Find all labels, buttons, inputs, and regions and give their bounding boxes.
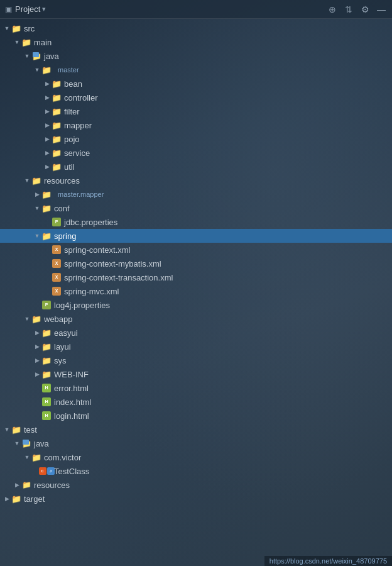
- tree-item-util[interactable]: 📁 util: [0, 160, 392, 174]
- settings-icon[interactable]: ⚙: [359, 4, 371, 14]
- file-type-icon: 📁: [52, 162, 62, 172]
- file-type-icon: 📁: [21, 480, 31, 490]
- project-window-icon: ▣: [5, 5, 12, 14]
- tree-item-conf[interactable]: 📁 conf: [0, 201, 392, 215]
- tree-item-layui[interactable]: 📁 layui: [0, 340, 392, 353]
- item-label: service: [64, 148, 90, 158]
- tree-item-index-html[interactable]: H index.html: [0, 395, 392, 409]
- file-type-icon: 📁: [21, 438, 31, 448]
- tree-item-webapp[interactable]: 📁 webapp: [0, 312, 392, 326]
- item-label: spring-mvc.xml: [64, 287, 119, 296]
- tree-item-spring-context-transaction[interactable]: X spring-context-transaction.xml: [0, 270, 392, 284]
- file-type-icon: 📁: [52, 106, 62, 116]
- arrow-right-icon[interactable]: [33, 356, 41, 365]
- arrow-right-icon[interactable]: [3, 494, 11, 503]
- arrow-down-icon[interactable]: [23, 453, 31, 462]
- file-type-icon: 📁: [41, 341, 52, 352]
- file-type-icon: 📁: [52, 134, 62, 144]
- file-type-icon: 📁: [21, 37, 31, 47]
- item-label: spring-context-transaction.xml: [64, 273, 173, 282]
- item-label: easyui: [54, 328, 78, 338]
- tree-item-web-inf[interactable]: 📁 WEB-INF: [0, 367, 392, 381]
- tree-item-easyui[interactable]: 📁 easyui: [0, 326, 392, 340]
- arrow-right-icon[interactable]: [13, 480, 21, 489]
- tree-item-log4j[interactable]: P log4j.properties: [0, 298, 392, 312]
- file-type-icon: 📁: [41, 189, 52, 199]
- tree-item-spring-context-mybatis[interactable]: X spring-context-mybatis.xml: [0, 257, 392, 270]
- item-label: login.html: [54, 411, 89, 421]
- minimize-icon[interactable]: —: [376, 4, 387, 14]
- arrow-down-icon[interactable]: [13, 38, 21, 47]
- file-type-icon: 📁: [41, 231, 52, 241]
- tree-item-target[interactable]: 📁 target: [0, 492, 392, 506]
- arrow-right-icon[interactable]: [33, 342, 41, 351]
- arrow-right-icon[interactable]: [43, 148, 52, 157]
- file-type-icon: H: [41, 383, 52, 393]
- toolbar-dropdown-icon[interactable]: ▾: [42, 5, 46, 13]
- arrow-down-icon[interactable]: [33, 231, 41, 240]
- tree-item-src[interactable]: 📁 src: [0, 21, 392, 35]
- branch-badge: master: [58, 66, 79, 74]
- file-type-icon: 📁: [11, 23, 21, 33]
- collapse-icon[interactable]: ⇅: [343, 4, 354, 14]
- tree-item-resources[interactable]: 📁 resources: [0, 174, 392, 187]
- arrow-down-icon[interactable]: [3, 425, 11, 434]
- tree-item-spring[interactable]: 📁 spring: [0, 229, 392, 243]
- tree-item-pojo[interactable]: 📁 pojo: [0, 132, 392, 146]
- file-type-icon: 📁: [41, 328, 52, 338]
- branch-badge: master.mapper: [58, 191, 104, 198]
- tree-item-spring-context[interactable]: X spring-context.xml: [0, 243, 392, 257]
- tree-item-jdbc[interactable]: P jdbc.properties: [0, 215, 392, 229]
- scope-icon[interactable]: ⊕: [327, 4, 338, 14]
- tree-item-sys[interactable]: 📁 sys: [0, 353, 392, 367]
- tree-item-spring-mvc[interactable]: X spring-mvc.xml: [0, 284, 392, 298]
- arrow-down-icon[interactable]: [33, 204, 41, 213]
- item-label: spring-context.xml: [64, 245, 130, 255]
- arrow-right-icon[interactable]: [43, 93, 52, 102]
- arrow-down-icon[interactable]: [33, 65, 41, 74]
- tree-item-filter[interactable]: 📁 filter: [0, 104, 392, 118]
- file-type-icon: 📁: [11, 425, 21, 435]
- item-label: jdbc.properties: [64, 218, 117, 227]
- tree-item-error-html[interactable]: H error.html: [0, 381, 392, 395]
- tree-item-test-resources[interactable]: 📁 resources: [0, 478, 392, 492]
- tree-item-com-victor[interactable]: 📁 com.victor: [0, 450, 392, 464]
- arrow-down-icon[interactable]: [23, 314, 31, 323]
- arrow-right-icon[interactable]: [43, 135, 52, 143]
- arrow-right-icon[interactable]: [33, 190, 41, 199]
- tree-item-main[interactable]: 📁 main: [0, 35, 392, 49]
- item-label: conf: [54, 204, 70, 213]
- arrow-right-icon[interactable]: [33, 328, 41, 337]
- item-label: java: [34, 439, 49, 448]
- tree-item-service[interactable]: 📁 service: [0, 146, 392, 160]
- status-bar: https://blog.csdn.net/weixin_48709775: [264, 556, 392, 566]
- tree-item-bean[interactable]: 📁 bean: [0, 77, 392, 91]
- arrow-down-icon[interactable]: [3, 24, 11, 33]
- item-label: index.html: [54, 397, 91, 407]
- tree-item-test-java[interactable]: 📁 java: [0, 436, 392, 450]
- file-type-icon: 📁: [41, 355, 52, 365]
- arrow-right-icon[interactable]: [33, 370, 41, 379]
- item-label: layui: [54, 342, 71, 352]
- arrow-right-icon[interactable]: [43, 162, 52, 171]
- file-type-icon: 📁: [41, 65, 52, 75]
- file-type-icon: 📁: [52, 120, 62, 130]
- tree-item-pkg[interactable]: 📁 master: [0, 63, 392, 77]
- item-label: spring: [54, 231, 76, 241]
- tree-item-testclass[interactable]: C J TestClass: [0, 464, 392, 478]
- tree-item-controller[interactable]: 📁 controller: [0, 91, 392, 104]
- arrow-right-icon[interactable]: [43, 107, 52, 116]
- arrow-down-icon[interactable]: [13, 439, 21, 448]
- arrow-right-icon[interactable]: [43, 121, 52, 130]
- tree-item-login-html[interactable]: H login.html: [0, 409, 392, 423]
- tree-item-test[interactable]: 📁 test: [0, 423, 392, 436]
- arrow-down-icon[interactable]: [23, 176, 31, 185]
- item-label: java: [44, 52, 59, 61]
- item-label: resources: [34, 480, 70, 490]
- arrow-down-icon[interactable]: [23, 52, 31, 60]
- tree-item-res-pkg[interactable]: 📁 master.mapper: [0, 187, 392, 201]
- arrow-right-icon[interactable]: [43, 79, 52, 88]
- file-type-icon: P: [41, 300, 52, 310]
- tree-item-java[interactable]: 📁 java: [0, 49, 392, 63]
- tree-item-mapper[interactable]: 📁 mapper: [0, 118, 392, 132]
